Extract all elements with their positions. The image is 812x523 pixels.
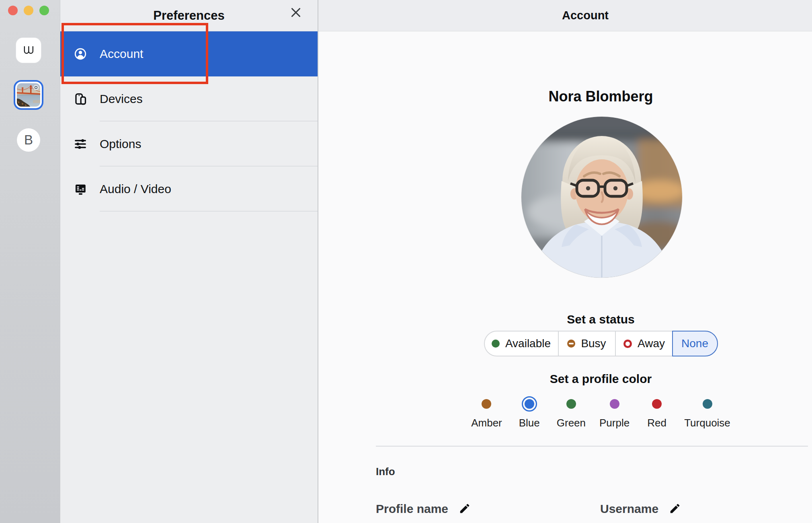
- color-option-red[interactable]: Red: [643, 396, 671, 430]
- username-label: Username: [600, 501, 658, 517]
- color-label: Red: [647, 416, 666, 430]
- status-heading: Set a status: [385, 312, 812, 327]
- status-label: Busy: [581, 337, 606, 350]
- workspace-avatar-b[interactable]: B: [17, 128, 40, 152]
- close-icon: [288, 5, 303, 21]
- menu-item-label: Account: [100, 47, 143, 61]
- profile-photo[interactable]: [521, 117, 682, 278]
- account-header: Account: [318, 0, 812, 31]
- pencil-icon: [669, 502, 681, 516]
- menu-item-label: Devices: [100, 92, 143, 106]
- traffic-lights: [8, 6, 49, 15]
- red-dot-icon: [652, 399, 662, 409]
- profile-color-heading: Set a profile color: [385, 372, 812, 386]
- workspace-initial: B: [24, 132, 33, 148]
- wire-app-button[interactable]: [16, 38, 41, 63]
- color-label: Amber: [471, 416, 502, 430]
- devices-icon: [74, 92, 87, 106]
- preferences-window: B Preferences: [0, 0, 812, 523]
- account-title: Account: [562, 9, 609, 22]
- audio-video-icon: [74, 182, 87, 196]
- blue-dot-icon: [525, 399, 534, 409]
- username-field: Username @norablom: [600, 501, 682, 523]
- color-option-green[interactable]: Green: [557, 396, 586, 430]
- color-option-purple[interactable]: Purple: [599, 396, 630, 430]
- sliders-icon: [74, 137, 87, 151]
- menu-item-devices[interactable]: Devices: [60, 76, 318, 121]
- status-none-button[interactable]: None: [672, 331, 718, 356]
- selected-ring-icon: [522, 396, 537, 412]
- profile-name-label: Profile name: [376, 501, 448, 517]
- color-label: Green: [557, 416, 586, 430]
- zoom-window-button[interactable]: [39, 6, 49, 15]
- preferences-title: Preferences: [153, 8, 225, 23]
- edit-profile-name-button[interactable]: [458, 502, 472, 516]
- status-away-button[interactable]: Away: [615, 332, 673, 356]
- bridge-photo-thumbnail: [17, 83, 40, 107]
- edit-username-button[interactable]: [668, 502, 682, 516]
- close-preferences-button[interactable]: [288, 5, 303, 21]
- account-content: Nora Blomberg: [376, 31, 808, 523]
- minimize-window-button[interactable]: [24, 6, 33, 15]
- purple-dot-icon: [610, 399, 619, 409]
- display-name: Nora Blomberg: [385, 88, 812, 105]
- color-label: Blue: [519, 416, 540, 430]
- menu-item-options[interactable]: Options: [60, 121, 318, 167]
- menu-item-account[interactable]: Account: [60, 31, 318, 76]
- menu-item-label: Audio / Video: [100, 182, 171, 196]
- color-label: Purple: [599, 416, 630, 430]
- status-label: Away: [638, 337, 665, 350]
- app-dock-sidebar: B: [0, 0, 60, 523]
- wire-logo-icon: [21, 42, 37, 59]
- info-heading: Info: [376, 465, 395, 478]
- profile-name-field: Profile name Nora Blomberg: [376, 501, 472, 523]
- preferences-menu: Account Devices: [60, 31, 318, 212]
- color-label: Turquoise: [684, 416, 730, 430]
- preferences-panel: Preferences Acc: [60, 0, 318, 523]
- busy-dot-icon: [567, 340, 575, 348]
- workspace-thumbnail-selected[interactable]: [14, 80, 43, 110]
- close-window-button[interactable]: [8, 6, 18, 15]
- status-segmented-control: Available Busy Away None: [484, 331, 718, 356]
- menu-item-audio-video[interactable]: Audio / Video: [60, 167, 318, 212]
- account-panel: Account Nora Blomberg: [318, 0, 812, 523]
- menu-item-label: Options: [100, 137, 141, 151]
- available-dot-icon: [492, 340, 500, 348]
- status-busy-button[interactable]: Busy: [558, 332, 615, 356]
- preferences-header: Preferences: [60, 0, 318, 31]
- away-ring-icon: [623, 340, 632, 348]
- status-label: Available: [505, 337, 551, 350]
- profile-color-picker: Amber Blue Green Purple: [385, 396, 812, 430]
- turquoise-dot-icon: [703, 399, 712, 409]
- green-dot-icon: [566, 399, 576, 409]
- person-circle-icon: [74, 47, 87, 61]
- status-available-button[interactable]: Available: [485, 332, 558, 356]
- color-option-turquoise[interactable]: Turquoise: [684, 396, 730, 430]
- section-divider: [376, 446, 808, 447]
- color-option-amber[interactable]: Amber: [471, 396, 502, 430]
- pencil-icon: [459, 502, 471, 516]
- amber-dot-icon: [482, 399, 491, 409]
- color-option-blue-selected[interactable]: Blue: [516, 396, 543, 430]
